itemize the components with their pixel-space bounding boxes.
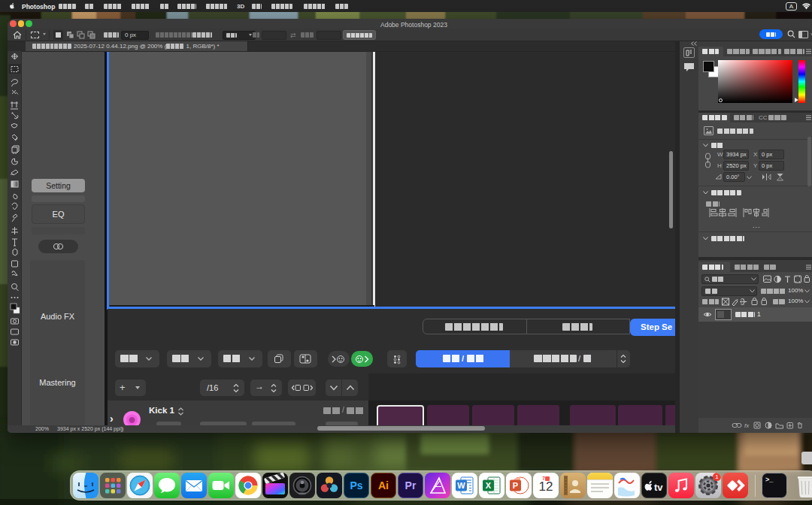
svg-text:X: X (486, 481, 492, 490)
svg-text:P: P (513, 481, 518, 490)
svg-text:tv: tv (654, 482, 663, 493)
svg-text:fx: fx (744, 422, 750, 429)
svg-text:W: W (457, 481, 465, 490)
